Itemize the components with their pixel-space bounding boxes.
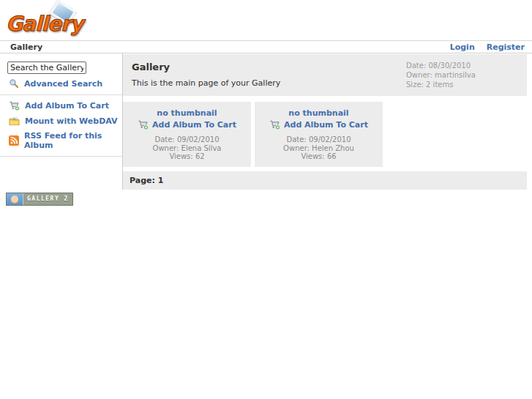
app-header: Gallery: [0, 0, 532, 40]
logo-text: Gallery: [6, 12, 83, 36]
album-card: no thumbnail Add Album To Cart Date: 09/…: [123, 102, 251, 167]
album-date: Date: 09/02/2010: [258, 135, 380, 144]
gallery2-badge[interactable]: GALLERY 2: [6, 193, 73, 206]
cart-link-label: Add Album To Cart: [284, 120, 368, 130]
album-grid: no thumbnail Add Album To Cart Date: 09/…: [123, 102, 527, 167]
badge-label: GALLERY 2: [23, 193, 72, 205]
album-thumbnail-link[interactable]: no thumbnail: [157, 108, 217, 118]
meta-owner: Owner: martinsilva: [406, 70, 476, 80]
sidebar-item-label: Mount with WebDAV: [25, 116, 118, 126]
cart-link-label: Add Album To Cart: [152, 120, 236, 130]
breadcrumb[interactable]: Gallery: [10, 42, 42, 52]
album-owner: Owner: Helen Zhou: [258, 144, 380, 153]
album-details: Date: 09/02/2010 Owner: Helen Zhou Views…: [258, 135, 380, 161]
album-meta: Date: 08/30/2010 Owner: martinsilva Size…: [406, 61, 476, 89]
meta-size: Size: 2 items: [406, 80, 476, 89]
album-views: Views: 62: [126, 152, 248, 161]
main-column: Gallery This is the main page of your Ga…: [123, 53, 527, 190]
cart-icon: [9, 100, 20, 111]
divider: [0, 94, 122, 95]
search-icon: [9, 78, 19, 89]
sidebar-item-mount-webdav[interactable]: Mount with WebDAV: [9, 116, 122, 127]
pager: Page: 1: [123, 171, 527, 190]
meta-date: Date: 08/30/2010: [406, 61, 476, 70]
album-details: Date: 09/02/2010 Owner: Elena Silva View…: [126, 135, 248, 161]
advanced-search-link[interactable]: Advanced Search: [9, 78, 122, 89]
sidebar-item-label: Add Album To Cart: [25, 101, 109, 111]
album-thumbnail-link[interactable]: no thumbnail: [288, 108, 348, 118]
breadcrumb-bar: Gallery Login Register: [0, 40, 532, 53]
sidebar-item-add-album-to-cart[interactable]: Add Album To Cart: [9, 100, 122, 111]
content-area: Advanced Search Add Album To Cart Mount …: [0, 53, 532, 190]
search-input[interactable]: [7, 61, 86, 74]
album-views: Views: 66: [258, 152, 380, 161]
register-link[interactable]: Register: [487, 42, 525, 52]
album-card: no thumbnail Add Album To Cart Date: 09/…: [255, 102, 383, 167]
login-link[interactable]: Login: [450, 42, 475, 52]
divider: [0, 156, 122, 157]
user-links: Login Register: [450, 42, 525, 52]
rss-icon: [9, 135, 19, 146]
sidebar-item-label: RSS Feed for this Album: [24, 131, 122, 150]
cart-icon: [269, 119, 280, 130]
badge-photo-icon: [7, 193, 23, 205]
album-date: Date: 09/02/2010: [126, 135, 248, 144]
album-header-block: Gallery This is the main page of your Ga…: [123, 54, 527, 96]
sidebar-item-rss-feed[interactable]: RSS Feed for this Album: [9, 131, 122, 150]
gallery-logo[interactable]: Gallery: [6, 6, 86, 37]
face-icon: [11, 195, 18, 204]
album-owner: Owner: Elena Silva: [126, 144, 248, 153]
sidebar: Advanced Search Add Album To Cart Mount …: [0, 53, 123, 190]
cart-icon: [138, 119, 149, 130]
webdav-icon: [9, 116, 20, 127]
advanced-search-label: Advanced Search: [24, 79, 102, 89]
add-album-to-cart-link[interactable]: Add Album To Cart: [269, 119, 368, 130]
add-album-to-cart-link[interactable]: Add Album To Cart: [138, 119, 236, 130]
